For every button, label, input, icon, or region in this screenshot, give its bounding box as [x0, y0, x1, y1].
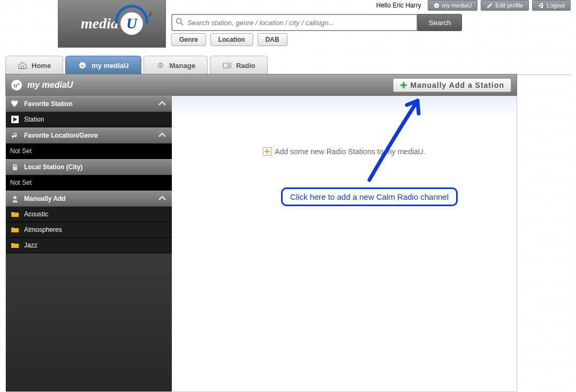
item-label: Not Set [10, 147, 32, 155]
sidebar-item-station[interactable]: Station [6, 112, 172, 127]
page-header: u° my mediaU Manually Add a Station [5, 74, 517, 96]
svg-rect-4 [21, 66, 24, 69]
chevron-up-icon [158, 100, 166, 108]
empty-state: Add some new Radio Stations to my mediaU… [172, 147, 517, 156]
logo-text: media [81, 15, 118, 32]
sidebar-section-manually-add[interactable]: Manually Add [6, 191, 172, 207]
svg-rect-15 [14, 165, 15, 167]
svg-text:u: u [435, 3, 437, 8]
sidebar-section-favorite-station[interactable]: Favorite Station [6, 96, 172, 112]
item-label: Station [24, 116, 44, 123]
svg-rect-16 [16, 165, 17, 167]
filter-dab[interactable]: DAB [257, 33, 287, 46]
user-row: Hello Eric Harry u my mediaU Edit profil… [376, 0, 571, 11]
tab-radio[interactable]: Radio [210, 56, 268, 74]
annotation-callout: Click here to add a new Calm Radio chann… [281, 187, 458, 206]
tab-my-mediau[interactable]: u my mediaU [65, 56, 141, 74]
filter-row: Genre Location DAB [171, 33, 287, 46]
plus-icon [400, 81, 407, 89]
sidebar-section-favorite-location-genre[interactable]: Favorite Location/Genre [6, 127, 172, 144]
sidebar-section-local-station[interactable]: Local Station (City) [6, 159, 172, 175]
toplink-my-mediau[interactable]: u my mediaU [428, 0, 478, 11]
empty-state-text: Add some new Radio Stations to my mediaU… [275, 147, 426, 156]
top-bar: media U ♪ Hello Eric Harry u my mediaU E… [0, 0, 576, 47]
play-icon [10, 115, 20, 124]
svg-text:u: u [81, 63, 84, 68]
radio-icon [222, 62, 232, 69]
heart-icon [10, 100, 20, 108]
tab-my-mediau-label: my mediaU [92, 62, 128, 70]
search-button[interactable]: Search [418, 14, 462, 31]
main-panel: Add some new Radio Stations to my mediaU… [172, 96, 517, 391]
logout-icon [538, 3, 544, 9]
search-input[interactable] [171, 14, 418, 31]
sidebar-fill [6, 253, 172, 391]
headphones-icon [115, 5, 148, 24]
main-tabs: Home u my mediaU Manage Radio [5, 56, 571, 75]
page-title: my mediaU [27, 80, 73, 90]
search-bar: Search [171, 14, 462, 31]
sidebar: Favorite Station Station Favorite Locati… [6, 96, 172, 391]
badge-icon: u [78, 62, 87, 69]
manually-add-station-button[interactable]: Manually Add a Station [393, 78, 512, 92]
svg-point-8 [160, 65, 161, 66]
tab-radio-label: Radio [236, 62, 255, 70]
section-label: Favorite Station [24, 100, 73, 108]
badge-icon: u [434, 3, 439, 9]
plus-box-icon [263, 147, 271, 156]
badge-icon: u° [11, 80, 22, 91]
folder-icon [10, 210, 20, 218]
svg-point-10 [228, 65, 230, 67]
svg-rect-14 [13, 164, 17, 170]
sidebar-item-not-set-2: Not Set [6, 175, 172, 191]
greeting-text: Hello Eric Harry [376, 2, 421, 9]
item-label: Atmospheres [24, 226, 62, 233]
toplink-my-mediau-label: my mediaU [442, 2, 472, 9]
filter-genre[interactable]: Genre [171, 33, 206, 46]
folder-icon [10, 225, 20, 234]
building-icon [10, 163, 20, 171]
filter-location[interactable]: Location [210, 33, 253, 46]
svg-point-17 [13, 196, 17, 199]
content-area: Favorite Station Station Favorite Locati… [5, 96, 517, 392]
item-label: Not Set [10, 179, 32, 186]
toplink-logout-label: Logout [547, 2, 565, 9]
tab-manage-label: Manage [170, 62, 195, 70]
manually-add-station-label: Manually Add a Station [411, 81, 505, 89]
page-title-wrap: u° my mediaU [11, 80, 73, 91]
person-icon [10, 194, 20, 203]
tab-home[interactable]: Home [5, 56, 63, 74]
logo-badge: U ♪ [120, 12, 143, 35]
section-label: Manually Add [24, 195, 66, 202]
item-label: Jazz [24, 242, 37, 249]
toplink-logout[interactable]: Logout [532, 0, 571, 11]
gear-icon [156, 62, 165, 69]
tab-home-label: Home [32, 62, 51, 70]
music-note-icon: ♪ [148, 8, 153, 19]
section-label: Favorite Location/Genre [24, 132, 98, 139]
toplink-edit-profile[interactable]: Edit profile [481, 0, 529, 11]
section-label: Local Station (City) [24, 163, 82, 171]
item-label: Acoustic [24, 210, 48, 218]
toplink-edit-profile-label: Edit profile [495, 2, 523, 9]
home-icon [18, 62, 27, 69]
logo[interactable]: media U ♪ [58, 0, 166, 48]
music-icon [10, 131, 20, 140]
tab-manage[interactable]: Manage [143, 56, 208, 74]
folder-icon [10, 241, 20, 250]
sidebar-item-atmospheres[interactable]: Atmospheres [6, 222, 172, 238]
chevron-up-icon [158, 195, 166, 203]
sidebar-item-jazz[interactable]: Jazz [6, 238, 172, 253]
pencil-icon [487, 3, 492, 9]
svg-rect-12 [400, 85, 407, 86]
annotation-text: Click here to add a new Calm Radio chann… [290, 192, 449, 201]
sidebar-item-not-set-1: Not Set [6, 144, 172, 159]
chevron-up-icon [158, 132, 166, 140]
sidebar-item-acoustic[interactable]: Acoustic [6, 207, 172, 222]
